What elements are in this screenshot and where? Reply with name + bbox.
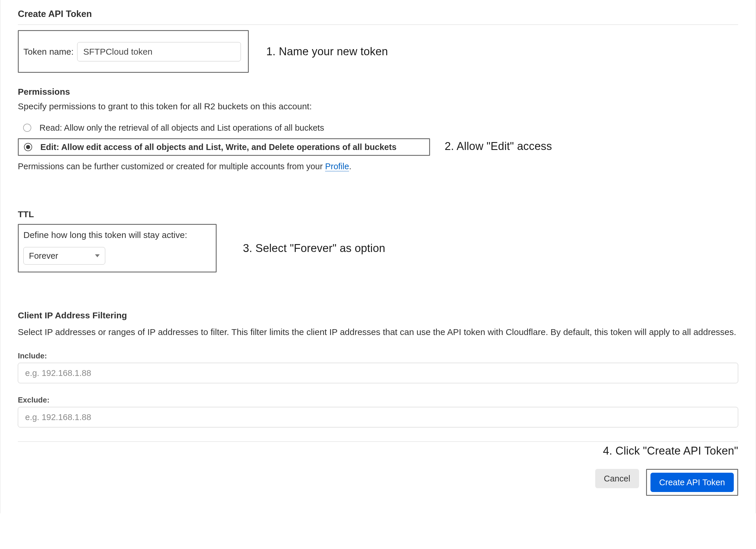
permission-edit-label: Edit: Allow edit access of all objects a… (40, 142, 396, 152)
permissions-heading: Permissions (18, 87, 738, 97)
radio-selected-icon (24, 143, 32, 151)
include-label: Include: (18, 351, 738, 360)
buttons-row: Cancel Create API Token (18, 469, 738, 496)
token-name-label: Token name: (23, 47, 74, 57)
ttl-row: Define how long this token will stay act… (18, 224, 738, 272)
radio-selected-dot (26, 145, 30, 149)
token-name-block: Token name: (19, 31, 248, 72)
ttl-highlight: Define how long this token will stay act… (18, 224, 217, 272)
annotation-step3: 3. Select "Forever" as option (243, 242, 385, 255)
ip-filter-heading: Client IP Address Filtering (18, 310, 738, 320)
exclude-input[interactable] (18, 407, 738, 427)
include-input[interactable] (18, 363, 738, 383)
separator (18, 441, 738, 442)
permission-edit-row-wrap: Edit: Allow edit access of all objects a… (18, 137, 738, 156)
permissions-description: Specify permissions to grant to this tok… (18, 101, 738, 111)
permission-read-label: Read: Allow only the retrieval of all ob… (39, 123, 324, 133)
create-api-token-button[interactable]: Create API Token (650, 473, 734, 492)
title-row: Create API Token (18, 9, 738, 25)
radio-unselected-icon (23, 124, 31, 132)
profile-link[interactable]: Profile (325, 162, 349, 171)
annotation-step4: 4. Click "Create API Token" (603, 445, 738, 457)
permissions-profile-line: Permissions can be further customized or… (18, 162, 738, 171)
cancel-button[interactable]: Cancel (595, 469, 639, 488)
ip-filter-description: Select IP addresses or ranges of IP addr… (18, 325, 738, 339)
exclude-label: Exclude: (18, 396, 738, 405)
token-name-highlight: Token name: (18, 30, 249, 73)
annotation-step1: 1. Name your new token (266, 45, 388, 58)
token-name-input[interactable] (77, 42, 241, 61)
token-name-row: Token name: 1. Name your new token (18, 30, 738, 73)
page-container: Create API Token Token name: 1. Name you… (0, 0, 756, 513)
chevron-down-icon (95, 254, 100, 257)
profile-suffix: . (349, 162, 351, 171)
create-button-highlight: Create API Token (646, 469, 738, 496)
annotation-step4-wrap: 4. Click "Create API Token" (18, 445, 738, 457)
page-title: Create API Token (18, 9, 738, 19)
ttl-selected-value: Forever (29, 251, 58, 261)
permission-read-row[interactable]: Read: Allow only the retrieval of all ob… (18, 119, 738, 137)
profile-prefix: Permissions can be further customized or… (18, 162, 325, 171)
ttl-heading: TTL (18, 209, 738, 219)
annotation-step2: 2. Allow "Edit" access (445, 140, 552, 153)
ttl-select[interactable]: Forever (23, 247, 105, 265)
permission-edit-row[interactable]: Edit: Allow edit access of all objects a… (18, 138, 430, 156)
ttl-description: Define how long this token will stay act… (23, 230, 211, 240)
